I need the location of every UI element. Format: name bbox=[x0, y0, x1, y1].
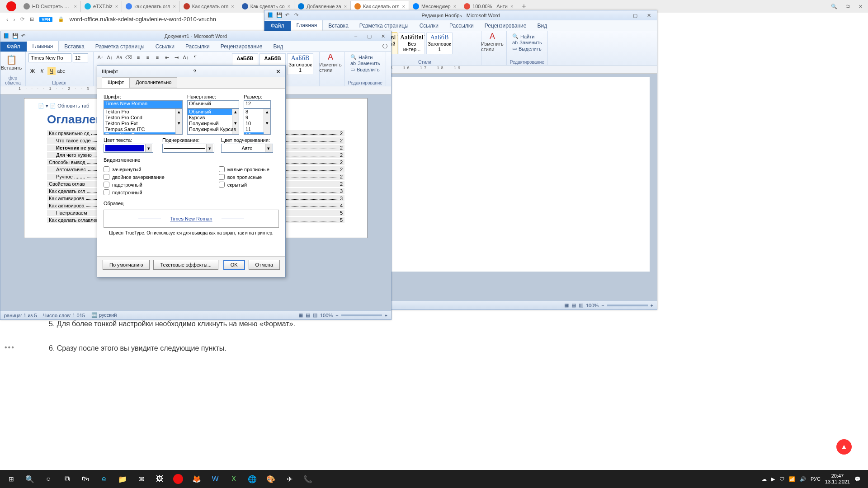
view-icon[interactable]: ▥ bbox=[579, 302, 583, 308]
tab-review[interactable]: Рецензирование bbox=[479, 21, 532, 31]
maximize-button[interactable]: ▢ bbox=[629, 11, 642, 19]
cancel-button[interactable]: Отмена bbox=[249, 260, 280, 270]
checkbox-sub[interactable]: подстрочный bbox=[104, 189, 165, 195]
lang-status[interactable]: 🔤 русский bbox=[91, 312, 117, 318]
checkbox-hidden[interactable]: скрытый bbox=[219, 182, 269, 188]
style-heading1[interactable]: АаБбВЗаголовок 1 bbox=[287, 53, 313, 75]
italic-button[interactable]: К bbox=[38, 67, 46, 75]
dialog-titlebar[interactable]: Шрифт?✕ bbox=[97, 66, 285, 77]
tray-icon[interactable]: 🛡 bbox=[779, 476, 784, 482]
zoom-slider[interactable] bbox=[607, 305, 648, 306]
scroll-top-button[interactable]: ▲ bbox=[836, 439, 852, 455]
close-icon[interactable]: × bbox=[231, 4, 234, 9]
clear-fmt-icon[interactable]: ⌫ bbox=[125, 53, 133, 61]
back-button[interactable]: ‹ bbox=[6, 17, 8, 22]
firefox-icon[interactable]: 🦊 bbox=[188, 470, 205, 488]
style-list[interactable]: ▴▾ОбычныйКурсивПолужирныйПолужирный Курс… bbox=[187, 108, 239, 135]
size-list[interactable]: ▴▾89101112 bbox=[244, 108, 271, 135]
view-icon[interactable]: ▦ bbox=[298, 312, 303, 318]
close-icon[interactable]: ✕ bbox=[276, 68, 281, 75]
file-tab[interactable]: Файл bbox=[264, 21, 291, 31]
zoom-slider[interactable] bbox=[341, 314, 382, 316]
pilcrow-icon[interactable]: ¶ bbox=[191, 53, 199, 61]
search-button[interactable]: 🔍 bbox=[21, 470, 38, 488]
word-count[interactable]: Число слов: 1 015 bbox=[43, 313, 85, 318]
minimize-button[interactable]: – bbox=[615, 11, 628, 19]
titlebar[interactable]: 📘💾↶↷ Редакция Ноябрь - Microsoft Word –▢… bbox=[264, 10, 657, 20]
app-icon[interactable]: 🎨 bbox=[262, 470, 279, 488]
find-button[interactable]: 🔍Найти bbox=[512, 33, 542, 39]
list-item[interactable]: Курсив bbox=[188, 115, 239, 121]
replace-button[interactable]: abЗаменить bbox=[350, 61, 380, 66]
save-icon[interactable]: 💾 bbox=[276, 12, 283, 19]
redo-icon[interactable]: ↷ bbox=[294, 12, 301, 19]
list-item[interactable]: Tekton Pro bbox=[104, 109, 182, 115]
forward-button[interactable]: › bbox=[14, 17, 15, 22]
style-heading1[interactable]: АаБбВЗаголовок 1 bbox=[426, 33, 453, 54]
numbering-icon[interactable]: ≡ bbox=[144, 53, 152, 61]
tray-icon[interactable]: 🔊 bbox=[800, 476, 806, 482]
select-button[interactable]: ▭Выделить bbox=[350, 66, 380, 72]
tab-refs[interactable]: Ссылки bbox=[414, 21, 444, 31]
tab-1[interactable]: eTXT.biz× bbox=[81, 1, 122, 12]
close-icon[interactable]: × bbox=[115, 4, 118, 9]
tab-layout[interactable]: Разметка страницы bbox=[90, 42, 150, 52]
close-icon[interactable]: ✕ bbox=[859, 4, 863, 9]
lock-icon[interactable]: 🔒 bbox=[58, 16, 64, 22]
change-styles-button[interactable]: AИзменить стили bbox=[322, 53, 339, 71]
tray-icon[interactable]: 📶 bbox=[789, 476, 795, 482]
bullets-icon[interactable]: ≡ bbox=[134, 53, 142, 61]
zoom-out-button[interactable]: − bbox=[335, 313, 338, 318]
style-input[interactable]: Обычный bbox=[187, 100, 239, 108]
underline-combo[interactable] bbox=[162, 144, 214, 153]
font-list[interactable]: ▴▾Tekton ProTekton Pro CondTekton Pro Ex… bbox=[104, 108, 183, 135]
undo-icon[interactable]: ↶ bbox=[285, 12, 292, 19]
url-text[interactable]: word-office.ru/kak-sdelat-oglavlenie-v-w… bbox=[70, 16, 216, 23]
tray-icon[interactable]: ☁ bbox=[762, 476, 767, 482]
undo-icon[interactable]: ↶ bbox=[21, 33, 28, 39]
list-item[interactable]: Полужирный bbox=[188, 121, 239, 127]
zoom-in-button[interactable]: + bbox=[651, 303, 653, 308]
replace-button[interactable]: abЗаменить bbox=[512, 40, 542, 45]
file-tab[interactable]: Файл bbox=[0, 42, 27, 52]
ie-icon[interactable]: e bbox=[95, 470, 113, 488]
view-icon[interactable]: ▥ bbox=[313, 312, 317, 318]
explorer-icon[interactable]: 📁 bbox=[114, 470, 131, 488]
underline-button[interactable]: Ч bbox=[47, 67, 56, 75]
telegram-icon[interactable]: ✈ bbox=[281, 470, 298, 488]
lang-indicator[interactable]: РУС bbox=[811, 476, 821, 482]
default-button[interactable]: По умолчанию bbox=[103, 260, 150, 270]
close-icon[interactable]: × bbox=[453, 4, 456, 9]
font-select[interactable] bbox=[28, 53, 71, 62]
save-icon[interactable]: 💾 bbox=[12, 33, 19, 39]
tab-0[interactable]: HD Смотреть сери× bbox=[20, 1, 81, 12]
tab-2[interactable]: как сделать огл× bbox=[122, 1, 180, 12]
store-icon[interactable]: 🛍 bbox=[77, 470, 94, 488]
checkbox-sup[interactable]: надстрочный bbox=[104, 182, 165, 188]
reload-button[interactable]: ⟳ bbox=[20, 16, 24, 22]
start-button[interactable]: ⊞ bbox=[3, 470, 20, 488]
titlebar[interactable]: 📘💾↶ Документ1 - Microsoft Word –▢✕ bbox=[0, 31, 391, 41]
tab-mail[interactable]: Рассылки bbox=[180, 42, 215, 52]
bold-button[interactable]: Ж bbox=[28, 67, 37, 75]
tab-home[interactable]: Главная bbox=[27, 41, 59, 52]
opera-logo-icon[interactable] bbox=[6, 1, 16, 11]
maximize-button[interactable]: ▢ bbox=[363, 32, 376, 40]
style-nospacing[interactable]: АаБбВвГБез интер... bbox=[399, 33, 425, 54]
zoom-in-button[interactable]: + bbox=[385, 313, 387, 318]
list-item[interactable]: Tempus Sans ITC bbox=[104, 127, 182, 132]
minimize-button[interactable]: – bbox=[349, 32, 362, 40]
shrink-font-icon[interactable]: A↓ bbox=[106, 53, 114, 61]
tab-advanced[interactable]: Дополнительно bbox=[130, 77, 177, 88]
close-button[interactable]: ✕ bbox=[642, 11, 655, 19]
find-button[interactable]: 🔍Найти bbox=[350, 54, 380, 60]
cortana-icon[interactable]: ○ bbox=[40, 470, 57, 488]
close-icon[interactable]: × bbox=[288, 4, 290, 9]
tab-font[interactable]: Шрифт bbox=[102, 77, 130, 88]
new-tab-button[interactable]: + bbox=[517, 2, 530, 10]
close-icon[interactable]: × bbox=[402, 4, 405, 9]
tab-mail[interactable]: Рассылки bbox=[444, 21, 479, 31]
list-item[interactable]: Tekton Pro Cond bbox=[104, 115, 182, 121]
mail-icon[interactable]: ✉ bbox=[132, 470, 150, 488]
text-color-combo[interactable] bbox=[104, 144, 153, 153]
